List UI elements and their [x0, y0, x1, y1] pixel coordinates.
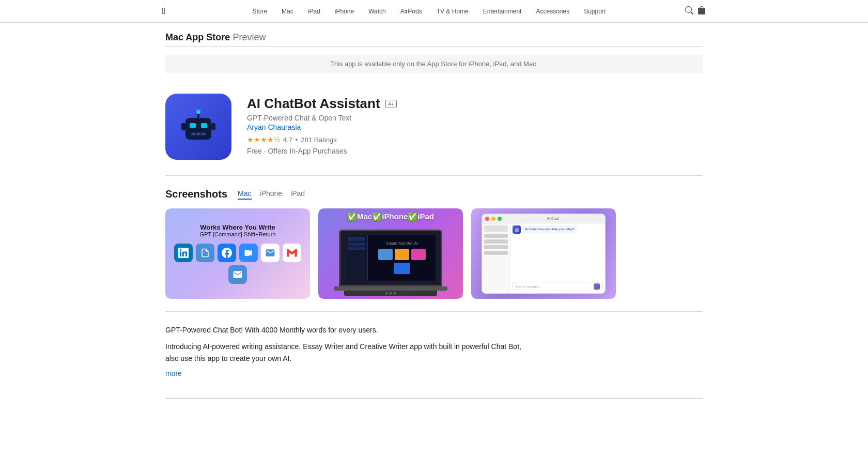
nav-item-store[interactable]: Store	[245, 8, 274, 15]
ss1-icons-row	[174, 244, 301, 262]
search-icon	[685, 6, 693, 14]
description-section: GPT-Powered Chat Bot! With 4000 Monthly …	[165, 311, 703, 390]
bottom-divider	[165, 398, 703, 399]
nav-item-airpods[interactable]: AirPods	[393, 8, 429, 15]
svg-rect-1	[190, 123, 196, 128]
tab-ipad[interactable]: iPad	[290, 189, 305, 200]
laptop-mockup: Create Your Own AI	[339, 230, 442, 286]
app-subtitle: GPT-Powered Chat & Open Text	[247, 114, 703, 122]
nav-item-tv-home[interactable]: TV & Home	[429, 8, 476, 15]
breadcrumb: Mac App Store Preview	[165, 23, 703, 46]
linkedin-icon	[174, 244, 193, 262]
svg-rect-9	[181, 123, 185, 130]
screenshot-3: AI Chat	[471, 208, 616, 299]
screenshot-1: Works Where You Write GPT [Command] Shif…	[165, 208, 310, 299]
breadcrumb-bold: Mac App Store	[165, 32, 230, 42]
nav-item-ipad[interactable]: iPad	[301, 8, 328, 15]
bag-icon	[698, 6, 706, 14]
mail-blue-icon	[228, 265, 247, 284]
rating-value: 4.7	[283, 136, 292, 144]
tab-mac[interactable]: Mac	[238, 189, 251, 200]
bag-button[interactable]	[698, 6, 706, 17]
docs-icon	[196, 244, 214, 262]
availability-banner: This app is available only on the App St…	[165, 55, 703, 73]
app-header: AI ChatBot Assistant 4+ GPT-Powered Chat…	[165, 81, 703, 175]
app-price: Free · Offers In-App Purchases	[247, 147, 703, 155]
svg-rect-10	[211, 123, 215, 130]
apple-logo[interactable]: 	[155, 6, 173, 17]
facebook-icon	[218, 244, 236, 262]
ss2-platforms-text: ✅Mac✅iPhone✅iPad	[347, 212, 434, 221]
price-value: Free	[247, 147, 262, 155]
rating-count: 281 Ratings	[301, 136, 336, 144]
nav-item-accessories[interactable]: Accessories	[529, 8, 577, 15]
ss1-title: Works Where You Write	[200, 223, 275, 231]
gmail-icon	[283, 244, 301, 262]
screenshots-section: Screenshots Mac iPhone iPad Works Where …	[165, 176, 703, 311]
tab-iphone[interactable]: iPhone	[260, 189, 283, 200]
iap-text: Offers In-App Purchases	[268, 147, 347, 155]
app-icon-graphic	[175, 103, 222, 150]
svg-rect-0	[185, 118, 211, 140]
app-info: AI ChatBot Assistant 4+ GPT-Powered Chat…	[247, 94, 703, 155]
availability-text: This app is available only on the App St…	[330, 60, 538, 68]
nav-item-support[interactable]: Support	[577, 8, 613, 15]
navigation:  Store Mac iPad iPhone Watch AirPods TV…	[0, 0, 868, 23]
more-link[interactable]: more	[165, 369, 703, 377]
nav-item-mac[interactable]: Mac	[274, 8, 301, 15]
description-p2: Introducing AI-powered writing assistanc…	[165, 341, 527, 364]
svg-rect-5	[197, 133, 200, 135]
app-rating: ★★★★½ 4.7 • 281 Ratings	[247, 135, 703, 144]
ss1-mail-row	[228, 265, 247, 284]
screenshot-2: ✅Mac✅iPhone✅iPad	[318, 208, 463, 299]
screenshots-title: Screenshots	[165, 188, 227, 200]
description-text: GPT-Powered Chat Bot! With 4000 Monthly …	[165, 324, 527, 364]
nav-item-entertainment[interactable]: Entertainment	[476, 8, 529, 15]
app-developer[interactable]: Aryan Chaurasia	[247, 123, 703, 131]
screenshots-header: Screenshots Mac iPhone iPad	[165, 188, 703, 200]
app-name: AI ChatBot Assistant	[247, 96, 380, 112]
stars: ★★★★½	[247, 135, 280, 144]
zoom-icon	[239, 244, 258, 262]
header-divider	[165, 46, 703, 47]
description-p1: GPT-Powered Chat Bot! With 4000 Monthly …	[165, 324, 527, 336]
svg-rect-4	[192, 133, 195, 135]
screenshot-tabs: Mac iPhone iPad	[238, 189, 305, 200]
age-badge: 4+	[385, 100, 397, 108]
mail-app-icon	[261, 244, 280, 262]
nav-item-iphone[interactable]: iPhone	[328, 8, 361, 15]
breadcrumb-light: Preview	[233, 32, 266, 42]
app-title-row: AI ChatBot Assistant 4+	[247, 96, 703, 112]
nav-item-watch[interactable]: Watch	[361, 8, 393, 15]
svg-rect-6	[202, 133, 205, 135]
svg-rect-2	[201, 123, 207, 128]
svg-point-8	[196, 110, 200, 114]
rating-separator: •	[296, 136, 298, 144]
laptop-base	[334, 286, 447, 291]
app-icon	[165, 94, 231, 160]
screenshots-grid: Works Where You Write GPT [Command] Shif…	[165, 208, 703, 299]
search-button[interactable]	[685, 6, 693, 17]
ss1-subtitle: GPT [Command] Shift+Return	[200, 231, 276, 237]
